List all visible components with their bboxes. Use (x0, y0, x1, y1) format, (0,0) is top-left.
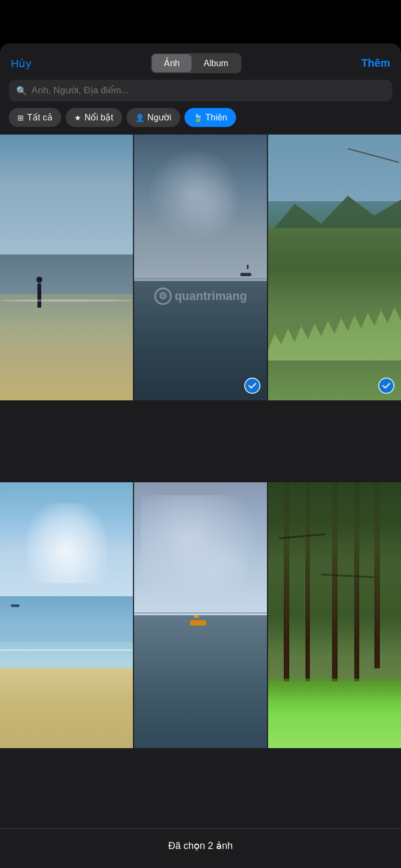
leaf-icon: 🍃 (193, 113, 202, 122)
photos-segment-button[interactable]: Ảnh (152, 54, 192, 72)
photo-cell-1[interactable] (0, 135, 133, 400)
search-input[interactable] (31, 85, 385, 96)
star-icon: ★ (74, 113, 81, 122)
segment-control: Ảnh Album (151, 53, 241, 73)
filter-tab-all[interactable]: ⊞ Tất cả (9, 108, 61, 127)
cancel-button[interactable]: Hủy (11, 57, 31, 70)
photo-cell-2[interactable] (134, 135, 267, 400)
search-bar: 🔍 (9, 80, 392, 101)
filter-tab-nature[interactable]: 🍃 Thiên (184, 108, 236, 127)
add-button[interactable]: Thêm (361, 57, 390, 69)
bottom-bar: Đã chọn 2 ảnh (0, 828, 401, 868)
check-badge-3 (378, 378, 394, 394)
filter-tabs: ⊞ Tất cả ★ Nổi bật 👤 Người 🍃 Thiên (0, 108, 401, 135)
photo-cell-6[interactable] (268, 482, 401, 748)
filter-tab-featured[interactable]: ★ Nổi bật (66, 108, 122, 127)
photo-cell-5[interactable] (134, 482, 267, 748)
filter-tab-people[interactable]: 👤 Người (126, 108, 180, 127)
check-badge-2 (244, 378, 260, 394)
filter-tab-all-label: Tất cả (27, 112, 53, 123)
albums-segment-button[interactable]: Album (192, 54, 240, 72)
photo-grid (0, 135, 401, 828)
person-icon: 👤 (135, 113, 144, 122)
header: Hủy Ảnh Album Thêm (0, 43, 401, 80)
photo-cell-3[interactable] (268, 135, 401, 400)
modal-container: Hủy Ảnh Album Thêm 🔍 ⊞ Tất cả ★ Nổi bật … (0, 43, 401, 868)
filter-tab-nature-label: Thiên (206, 113, 227, 123)
filter-tab-people-label: Người (148, 112, 171, 123)
search-icon: 🔍 (16, 86, 27, 96)
photo-cell-4[interactable] (0, 482, 133, 748)
filter-tab-featured-label: Nổi bật (85, 112, 113, 123)
grid-icon: ⊞ (17, 113, 24, 122)
selected-count-text: Đã chọn 2 ảnh (168, 840, 233, 851)
